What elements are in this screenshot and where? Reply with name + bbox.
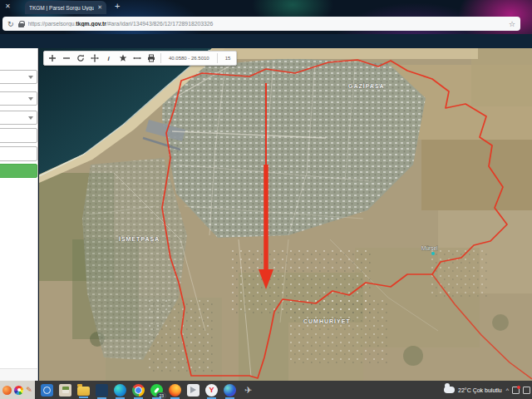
taskbar-icons: 23 Y ✈ <box>37 381 254 399</box>
refresh-icon[interactable]: ↻ <box>7 20 14 28</box>
tray-chevron-icon[interactable]: ^ <box>506 387 509 393</box>
info-icon[interactable]: i <box>104 53 113 63</box>
taskbar-right: 22°C Çok bulutlu ^ <box>444 381 532 399</box>
taskbar-weather[interactable]: 22°C Çok bulutlu <box>444 387 502 393</box>
parcel-query-panel <box>0 48 38 381</box>
tab-strip: ✕ TKGM | Parsel Sorgu Uygulama ✕ + <box>0 0 532 14</box>
map-label: GAZİPAŞA <box>348 83 385 90</box>
pencil-icon[interactable]: ✎ <box>26 386 32 395</box>
close-icon[interactable]: ✕ <box>5 2 11 10</box>
map-toolbar: i 40.0580 - 26.5010 15 <box>43 51 237 66</box>
satellite-imagery: GAZİPAŞA İSMETPAŞA Mürsel CUMHURİYET <box>39 48 532 381</box>
measure-arrows-icon[interactable] <box>132 53 141 63</box>
tab-title: TKGM | Parsel Sorgu Uygulama <box>29 5 94 11</box>
new-tab-button[interactable]: + <box>115 2 120 11</box>
province-select[interactable] <box>0 70 37 84</box>
store-icon[interactable] <box>59 384 71 397</box>
map-label: CUMHURİYET <box>303 318 351 324</box>
tray-icon[interactable] <box>523 387 530 394</box>
colorwheel-app-icon[interactable] <box>14 386 23 395</box>
whatsapp-badge: 23 <box>156 392 166 399</box>
block-number-input[interactable] <box>0 128 37 143</box>
lock-icon <box>18 21 24 27</box>
taskbar: ✎ 23 Y ✈ 22°C Çok bulutlu ^ <box>0 381 532 399</box>
toolbar-divider <box>160 53 161 63</box>
query-submit-button[interactable] <box>0 164 37 178</box>
neighborhood-select[interactable] <box>0 111 37 125</box>
firefox-browser-icon[interactable] <box>169 384 181 397</box>
pan-move-icon[interactable] <box>90 53 99 63</box>
toolbar-divider <box>217 53 218 63</box>
zoom-out-button[interactable] <box>62 53 71 63</box>
system-tray: ^ <box>506 387 530 394</box>
map-label: Mürsel <box>421 245 438 251</box>
notification-tray-icon[interactable] <box>512 387 520 394</box>
mail-app-icon[interactable] <box>96 384 108 397</box>
poi-marker <box>431 252 435 255</box>
map-zoom-level: 15 <box>223 56 234 61</box>
chevron-down-icon <box>28 116 33 120</box>
tab-tkgm-parsel-sorgu[interactable]: TKGM | Parsel Sorgu Uygulama ✕ <box>25 1 106 14</box>
close-icon[interactable]: ✕ <box>97 4 102 11</box>
site-header-band <box>0 34 532 48</box>
refresh-icon[interactable] <box>76 53 85 63</box>
satellite-map[interactable]: GAZİPAŞA İSMETPAŞA Mürsel CUMHURİYET i <box>39 48 532 381</box>
airplane-app-icon[interactable]: ✈ <box>242 384 254 397</box>
edge-browser-icon[interactable] <box>114 384 126 397</box>
parcel-number-input[interactable] <box>0 146 37 161</box>
favorites-star-icon[interactable] <box>118 53 127 63</box>
map-label: İSMETPAŞA <box>119 236 160 243</box>
file-explorer-icon[interactable] <box>77 387 90 396</box>
address-row: ↻ https://parselsorgu.tkgm.gov.tr/#ara/i… <box>0 14 532 34</box>
map-coordinates: 40.0580 - 26.5010 <box>166 56 212 61</box>
address-bar[interactable]: ↻ https://parselsorgu.tkgm.gov.tr/#ara/i… <box>2 17 520 31</box>
send-app-icon[interactable] <box>187 384 200 397</box>
desktop-shortcut-strip: ✎ <box>0 381 35 399</box>
orange-app-icon[interactable] <box>2 386 12 395</box>
whatsapp-icon[interactable]: 23 <box>150 384 163 397</box>
screen: ✕ TKGM | Parsel Sorgu Uygulama ✕ + ↻ htt… <box>0 0 532 399</box>
search-icon[interactable] <box>41 384 53 397</box>
chevron-down-icon <box>28 76 33 79</box>
chevron-down-icon <box>28 97 33 101</box>
print-icon[interactable] <box>146 53 155 63</box>
cloud-weather-icon <box>444 387 455 393</box>
zoom-in-button[interactable] <box>47 53 57 63</box>
yandex-browser-icon[interactable]: Y <box>205 384 218 397</box>
edge-beta-icon[interactable] <box>224 384 236 397</box>
favorite-star-icon[interactable]: ☆ <box>509 20 515 28</box>
chrome-browser-icon[interactable] <box>132 384 145 397</box>
url-text[interactable]: https://parselsorgu.tkgm.gov.tr/#ara/ida… <box>28 21 505 27</box>
panel-footer <box>0 368 37 381</box>
district-select[interactable] <box>0 91 37 106</box>
